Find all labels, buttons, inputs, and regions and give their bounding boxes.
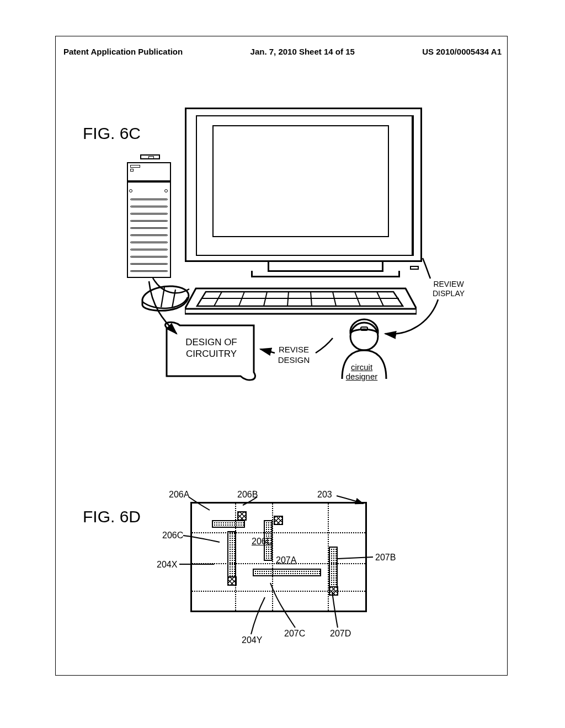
header-right: US 2010/0005434 A1 — [422, 47, 502, 56]
header-center: Jan. 7, 2010 Sheet 14 of 15 — [250, 47, 355, 56]
figure-6d-label: FIG. 6D — [83, 507, 141, 526]
callout-arrows — [121, 102, 475, 389]
figure-6c: DESIGN OF CIRCUITRY circuit designer REV… — [121, 102, 452, 389]
header-left: Patent Application Publication — [63, 47, 183, 56]
ref-leaders — [154, 488, 397, 654]
page-header: Patent Application Publication Jan. 7, 2… — [63, 47, 502, 56]
figure-6d: 206A 206B 203 206C 206D 207A 204X 207B 2… — [177, 491, 419, 656]
